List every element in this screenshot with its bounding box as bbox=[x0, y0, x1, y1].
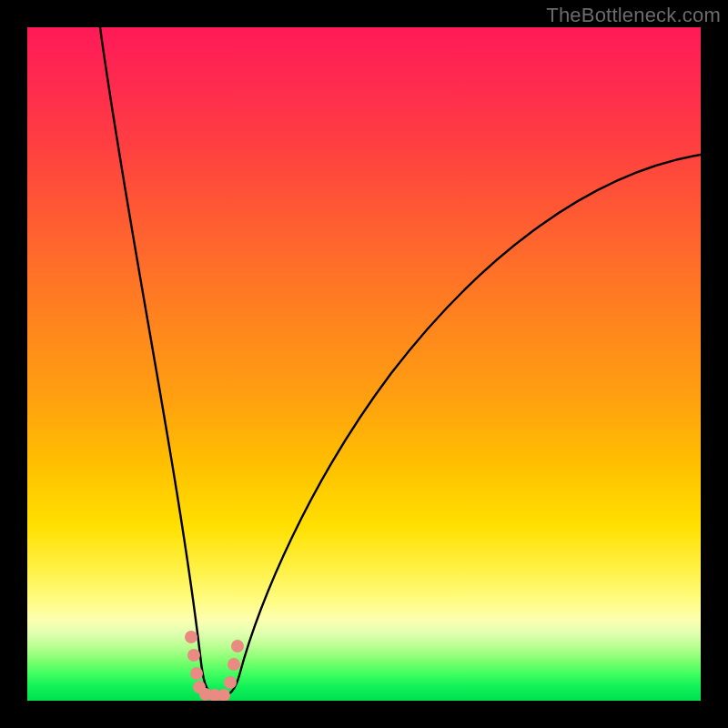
curve-overlay bbox=[27, 27, 701, 701]
valley-markers bbox=[185, 631, 244, 701]
plot-area bbox=[27, 27, 701, 701]
svg-point-8 bbox=[228, 658, 240, 671]
svg-point-9 bbox=[231, 640, 244, 652]
svg-point-7 bbox=[224, 676, 237, 689]
svg-point-6 bbox=[217, 689, 230, 701]
chart-frame: TheBottleneck.com bbox=[0, 0, 728, 728]
watermark-text: TheBottleneck.com bbox=[546, 4, 721, 27]
svg-point-2 bbox=[190, 667, 203, 680]
svg-point-1 bbox=[187, 649, 200, 662]
bottleneck-curve bbox=[100, 27, 701, 695]
svg-point-0 bbox=[185, 631, 197, 643]
